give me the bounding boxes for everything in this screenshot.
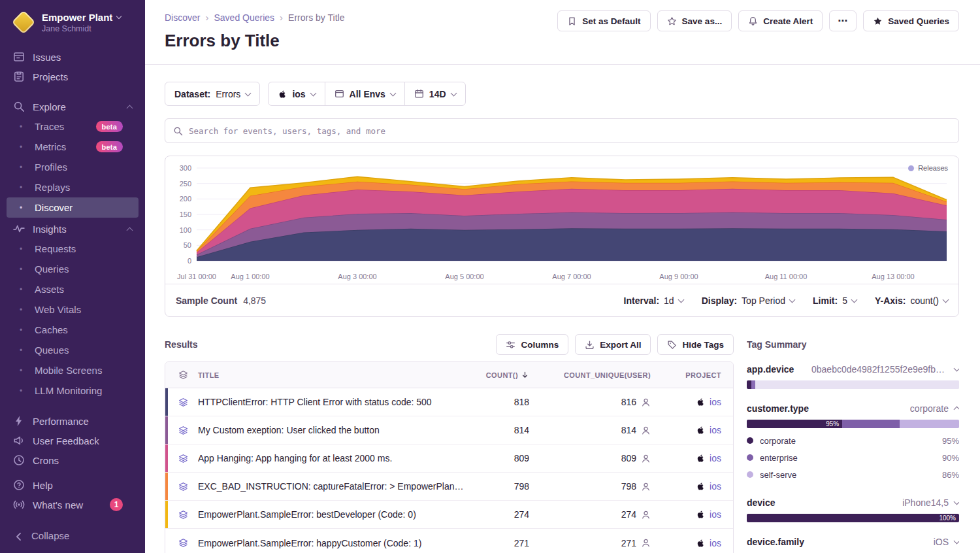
releases-legend-label: Releases — [918, 164, 948, 172]
sidebar-item-discover[interactable]: • Discover — [7, 197, 139, 218]
export-all-button[interactable]: Export All — [575, 334, 651, 355]
sidebar-item-performance[interactable]: Performance — [7, 411, 139, 431]
project-link[interactable]: ios — [710, 509, 721, 520]
chevron-down-icon — [943, 296, 949, 303]
sidebar-item-user-feedback[interactable]: User Feedback — [7, 431, 139, 450]
sidebar-item-web-vitals[interactable]: •Web Vitals — [7, 299, 139, 320]
breadcrumb-discover[interactable]: Discover — [165, 12, 200, 23]
legend-dot — [747, 454, 753, 461]
column-header-count[interactable]: COUNT() — [476, 371, 547, 379]
tag-header[interactable]: app.device 0baebc0de4982f1255f2e9e9fb7… — [747, 364, 959, 375]
set-as-default-button[interactable]: Set as Default — [557, 10, 650, 31]
sidebar-item-requests[interactable]: •Requests — [7, 239, 139, 259]
sidebar-item-label: Web Vitals — [35, 304, 81, 315]
tag-value-row[interactable]: enterprise 90% — [747, 449, 959, 466]
table-row[interactable]: My Custom exeption: User clicked the but… — [165, 416, 733, 444]
sidebar-item-queries[interactable]: •Queries — [7, 259, 139, 279]
chevron-down-icon — [789, 296, 796, 303]
bullet-icon: • — [15, 386, 27, 395]
layers-icon — [168, 397, 198, 407]
sidebar-item-help[interactable]: Help — [7, 475, 139, 495]
apple-icon — [696, 539, 705, 548]
sidebar-item-crons[interactable]: Crons — [7, 450, 139, 470]
error-title[interactable]: HTTPClientError: HTTP Client Error with … — [198, 397, 476, 407]
user-icon — [641, 397, 651, 407]
error-title[interactable]: App Hanging: App hanging for at least 20… — [198, 453, 476, 463]
table-row[interactable]: EXC_BAD_INSTRUCTION: captureFatalError: … — [165, 473, 733, 501]
tag-header[interactable]: customer.type corporate — [747, 403, 959, 414]
beta-badge: beta — [96, 121, 123, 132]
bullet-icon: • — [15, 163, 27, 172]
column-header-project[interactable]: PROJECT — [665, 371, 733, 379]
sidebar-item-traces[interactable]: • Traces beta — [7, 116, 139, 137]
chevron-down-icon — [310, 90, 316, 96]
error-title[interactable]: EmpowerPlant.SampleError: bestDeveloper … — [198, 509, 476, 520]
tag-header[interactable]: device.family iOS — [747, 537, 959, 547]
hide-tags-button[interactable]: Hide Tags — [657, 334, 734, 355]
column-header-title[interactable]: TITLE — [198, 371, 476, 379]
breadcrumb-current: Errors by Title — [288, 12, 344, 23]
interval-select[interactable]: Interval: 1d — [624, 295, 683, 306]
chevron-down-icon — [116, 13, 122, 18]
sidebar-collapse-button[interactable]: Collapse — [7, 525, 139, 546]
chevron-down-icon — [245, 90, 252, 96]
sidebar-section-insights[interactable]: Insights — [7, 219, 139, 239]
error-title[interactable]: EXC_BAD_INSTRUCTION: captureFatalError: … — [198, 481, 476, 492]
breadcrumb-separator — [205, 12, 208, 23]
sidebar-item-replays[interactable]: • Replays — [7, 177, 139, 197]
sidebar-item-mobile-screens[interactable]: •Mobile Screens — [7, 360, 139, 380]
table-row[interactable]: App Hanging: App hanging for at least 20… — [165, 444, 733, 473]
date-range-filter[interactable]: 14D — [404, 82, 466, 106]
project-link[interactable]: ios — [710, 425, 721, 435]
yaxis-select[interactable]: Y-Axis: count() — [875, 295, 948, 306]
save-as-button[interactable]: Save as... — [657, 10, 732, 31]
project-link[interactable]: ios — [710, 397, 721, 407]
saved-queries-button[interactable]: Saved Queries — [863, 10, 959, 31]
sidebar-item-caches[interactable]: •Caches — [7, 320, 139, 340]
table-row[interactable]: EmpowerPlant.SampleError: bestDeveloper … — [165, 501, 733, 529]
environment-filter[interactable]: All Envs — [325, 82, 405, 106]
svg-text:Aug 11 00:00: Aug 11 00:00 — [765, 273, 808, 280]
sidebar-item-profiles[interactable]: • Profiles — [7, 157, 139, 177]
project-link[interactable]: ios — [710, 481, 721, 492]
sidebar-item-llm-monitoring[interactable]: •LLM Monitoring — [7, 380, 139, 401]
layers-icon — [168, 538, 198, 548]
insights-icon — [13, 223, 25, 235]
sidebar-item-queues[interactable]: •Queues — [7, 340, 139, 360]
count-value: 271 — [476, 538, 547, 548]
tag-value-row[interactable]: self-serve 86% — [747, 466, 959, 483]
table-row[interactable]: HTTPClientError: HTTP Client Error with … — [165, 388, 733, 416]
org-switcher[interactable]: Empower Plant Jane Schmidt — [7, 9, 139, 34]
dataset-filter[interactable]: Dataset: Errors — [165, 82, 260, 106]
error-title[interactable]: EmpowerPlant.SampleError: happyCustomer … — [198, 538, 476, 548]
sidebar-section-label: Explore — [33, 101, 66, 112]
breadcrumb-saved-queries[interactable]: Saved Queries — [214, 12, 274, 23]
star-icon — [667, 16, 677, 26]
create-alert-button[interactable]: Create Alert — [738, 10, 823, 31]
column-header-count-unique[interactable]: COUNT_UNIQUE(USER) — [547, 371, 665, 379]
tag-header[interactable]: device iPhone14,5 — [747, 497, 959, 508]
columns-button[interactable]: Columns — [496, 334, 568, 355]
sidebar-item-projects[interactable]: Projects — [7, 67, 139, 86]
sidebar-item-issues[interactable]: Issues — [7, 47, 139, 67]
sidebar-section-explore[interactable]: Explore — [7, 97, 139, 116]
project-link[interactable]: ios — [710, 453, 721, 463]
apple-icon — [278, 90, 287, 99]
table-row[interactable]: EmpowerPlant.SampleError: happyCustomer … — [165, 529, 733, 553]
display-select[interactable]: Display: Top Period — [702, 295, 794, 306]
limit-select[interactable]: Limit: 5 — [813, 295, 857, 306]
sidebar-item-whats-new[interactable]: What's new 1 — [7, 495, 139, 514]
bookmark-icon — [567, 16, 577, 26]
project-link[interactable]: ios — [710, 538, 721, 548]
sidebar-item-label: Queues — [35, 344, 69, 356]
layers-icon — [168, 510, 198, 520]
more-actions-button[interactable]: ⋯ — [829, 10, 857, 31]
error-title[interactable]: My Custom exeption: User clicked the but… — [198, 425, 476, 435]
search-input[interactable] — [189, 126, 951, 136]
project-filter[interactable]: ios — [268, 82, 325, 106]
sidebar-item-assets[interactable]: •Assets — [7, 279, 139, 299]
releases-legend[interactable]: Releases — [908, 164, 948, 172]
sidebar-item-metrics[interactable]: • Metrics beta — [7, 137, 139, 157]
tag-value-row[interactable]: corporate 95% — [747, 432, 959, 449]
user-icon — [641, 454, 651, 463]
